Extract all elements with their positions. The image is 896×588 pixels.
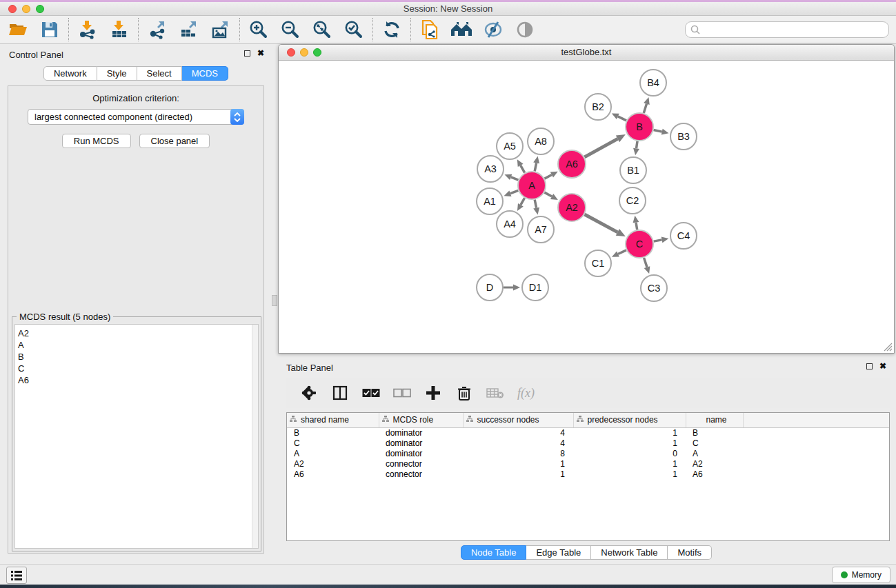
search-field[interactable] [685, 21, 889, 38]
import-network-icon[interactable] [77, 19, 99, 41]
resize-grip-icon[interactable] [884, 343, 893, 352]
close-panel-button[interactable]: Close panel [139, 134, 210, 148]
export-network-icon[interactable] [146, 19, 168, 41]
save-session-icon[interactable] [39, 19, 61, 41]
table-cell[interactable]: dominator [379, 438, 463, 448]
table-settings-icon[interactable] [300, 384, 318, 402]
zoom-in-icon[interactable] [248, 19, 270, 41]
export-image-icon[interactable] [210, 19, 232, 41]
close-network-button[interactable] [287, 48, 295, 57]
edge-B-B1[interactable] [637, 141, 638, 149]
table-row[interactable]: Bdominator41B [287, 427, 890, 438]
table-cell[interactable]: connector [379, 469, 463, 479]
show-panels-button[interactable] [6, 567, 27, 584]
close-panel-icon[interactable]: ✖ [257, 50, 264, 57]
tab-style[interactable]: Style [97, 66, 137, 81]
result-item[interactable]: B [15, 351, 258, 363]
table-cell[interactable]: A2 [686, 458, 743, 469]
minimize-network-button[interactable] [300, 48, 308, 57]
deselect-all-icon[interactable] [393, 384, 411, 402]
float-table-panel-icon[interactable] [866, 363, 873, 369]
criterion-dropdown[interactable]: largest connected component (directed) [28, 109, 244, 125]
zoom-selected-icon[interactable] [343, 19, 365, 41]
table-cell[interactable]: C [287, 438, 379, 448]
refresh-icon[interactable] [381, 19, 403, 41]
table-row[interactable]: Cdominator41C [287, 438, 890, 448]
table-cell[interactable]: 0 [573, 448, 686, 458]
table-cell[interactable]: 1 [573, 438, 686, 448]
home-icon[interactable] [450, 19, 472, 41]
add-entry-icon[interactable] [424, 384, 442, 402]
close-table-panel-icon[interactable]: ✖ [879, 363, 886, 369]
import-table-icon[interactable] [108, 19, 130, 41]
table-cell[interactable]: 1 [573, 427, 686, 438]
table-cell[interactable]: A [287, 448, 379, 458]
edge-A-A1[interactable] [510, 190, 518, 193]
edge-B-B2[interactable] [618, 116, 626, 121]
table-cell[interactable]: 1 [463, 458, 573, 469]
edge-C-C3[interactable] [644, 258, 647, 267]
column-header-MCDS-role[interactable]: MCDS role [379, 413, 463, 427]
edge-A-A3[interactable] [511, 177, 519, 180]
table-tab-network-table[interactable]: Network Table [591, 545, 668, 560]
table-tab-motifs[interactable]: Motifs [668, 545, 712, 560]
edge-A-A4[interactable] [521, 198, 525, 205]
edge-A6-B[interactable] [584, 139, 617, 156]
zoom-out-icon[interactable] [279, 19, 301, 41]
export-table-icon[interactable] [178, 19, 200, 41]
table-cell[interactable]: connector [379, 458, 463, 469]
table-cell[interactable]: 1 [573, 469, 686, 479]
run-mcds-button[interactable]: Run MCDS [62, 134, 131, 148]
column-header-predecessor-nodes[interactable]: predecessor nodes [573, 413, 686, 427]
table-cell[interactable]: B [287, 427, 379, 438]
table-cell[interactable]: 1 [573, 458, 686, 469]
table-cell[interactable]: dominator [379, 427, 463, 438]
result-item[interactable]: A2 [15, 325, 258, 339]
network-canvas[interactable]: AA1A2A3A4A5A6A7A8BB1B2B3B4CC1C2C3C4DD1 [279, 61, 894, 353]
result-scrollbar[interactable] [252, 325, 258, 548]
table-cell[interactable]: 4 [463, 427, 573, 438]
table-cell[interactable]: C [686, 438, 743, 448]
network-graph[interactable]: AA1A2A3A4A5A6A7A8BB1B2B3B4CC1C2C3C4DD1 [279, 61, 894, 353]
open-session-icon[interactable] [7, 19, 29, 41]
table-row[interactable]: A2connector11A2 [287, 458, 890, 469]
float-panel-icon[interactable] [244, 50, 250, 57]
table-cell[interactable]: A2 [287, 458, 379, 469]
memory-button[interactable]: Memory [832, 567, 890, 583]
zoom-fit-icon[interactable] [311, 19, 333, 41]
table-cell[interactable]: dominator [379, 448, 463, 458]
table-cell[interactable]: A6 [686, 469, 743, 479]
edge-A-A8[interactable] [535, 163, 536, 171]
table-cell[interactable]: 4 [463, 438, 573, 448]
edge-C-C2[interactable] [636, 223, 637, 230]
edge-A-A2[interactable] [544, 192, 552, 196]
mcds-result-list[interactable]: A2ABCA6 [14, 324, 259, 549]
result-item[interactable]: A [15, 339, 258, 351]
table-cell[interactable]: B [686, 427, 743, 438]
table-cell[interactable]: A [686, 448, 743, 458]
minimize-window-button[interactable] [22, 5, 30, 13]
delete-entry-icon[interactable] [455, 384, 473, 402]
table-cell[interactable]: A6 [287, 469, 379, 479]
edge-C-C4[interactable] [654, 240, 662, 241]
hide-graphics-details-icon[interactable] [482, 19, 504, 41]
network-window-titlebar[interactable]: testGlobe.txt [279, 45, 894, 61]
select-all-icon[interactable] [362, 384, 380, 402]
function-builder-icon[interactable]: f(x) [517, 386, 535, 401]
table-tab-node-table[interactable]: Node Table [461, 545, 527, 560]
column-header-shared-name[interactable]: shared name [287, 413, 379, 427]
result-item[interactable]: C [15, 363, 258, 374]
edge-A-A6[interactable] [545, 175, 552, 179]
edge-A2-C[interactable] [584, 214, 617, 232]
search-input[interactable] [701, 25, 884, 34]
table-tab-edge-table[interactable]: Edge Table [526, 545, 591, 560]
edge-B-B3[interactable] [654, 130, 662, 132]
edge-B-B4[interactable] [644, 104, 646, 113]
table-row[interactable]: Adominator80A [287, 448, 890, 458]
duplicate-network-icon[interactable] [419, 19, 441, 41]
table-row[interactable]: A6connector11A6 [287, 469, 890, 479]
edge-A-A5[interactable] [521, 165, 525, 173]
result-item[interactable]: A6 [15, 374, 258, 386]
show-graphics-details-icon[interactable] [514, 19, 536, 41]
table-cell[interactable]: 8 [463, 448, 573, 458]
